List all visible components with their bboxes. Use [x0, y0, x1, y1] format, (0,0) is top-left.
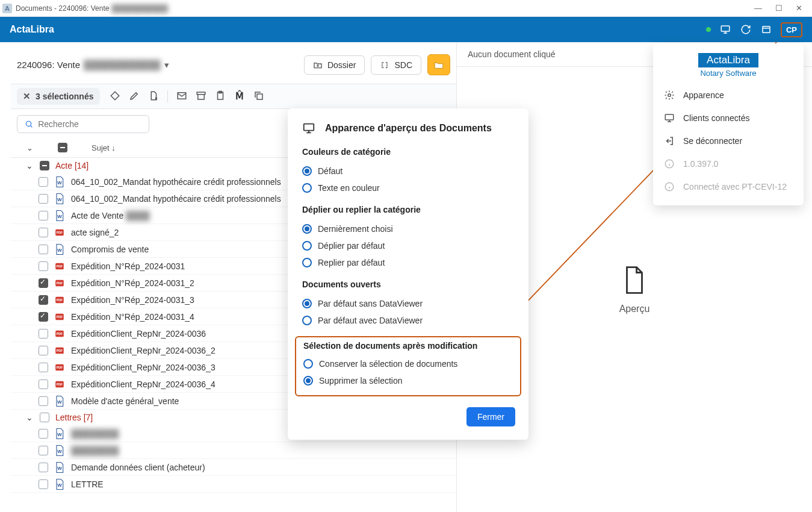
radio-clear-selection[interactable]: Supprimer la sélection	[303, 372, 513, 389]
user-badge[interactable]: CP	[781, 22, 802, 37]
close-dialog-button[interactable]: Fermer	[466, 407, 515, 426]
radio-default[interactable]: Défaut	[302, 163, 514, 180]
pdf-icon: PDF	[54, 277, 65, 289]
maximize-icon[interactable]: ☐	[775, 4, 783, 13]
table-row[interactable]: WDemande données client (acheteur)	[11, 459, 456, 476]
window-title: Documents - 2240096: Vente	[16, 4, 109, 13]
table-row[interactable]: WLETTRE	[11, 476, 456, 493]
radio-without-dv[interactable]: Par défaut sans DataViewer	[302, 295, 514, 312]
archive-icon[interactable]	[196, 90, 206, 101]
row-checkbox[interactable]	[39, 261, 48, 271]
svg-text:PDF: PDF	[57, 382, 63, 386]
doc-name: Compromis de vente	[71, 245, 149, 254]
svg-rect-40	[665, 114, 674, 120]
expand-all-icon[interactable]: ⌄	[25, 143, 34, 152]
row-checkbox[interactable]	[39, 312, 48, 322]
gear-icon	[664, 90, 675, 101]
clear-selection-icon[interactable]: ✕	[23, 91, 31, 102]
sdc-button[interactable]: SDC	[371, 55, 421, 75]
svg-text:PDF: PDF	[57, 298, 63, 302]
user-menu-logo: ActaLibra Notary Software	[653, 51, 804, 79]
radio-lastchosen[interactable]: Dernièrement choisi	[302, 220, 514, 237]
row-checkbox[interactable]	[39, 245, 48, 254]
row-checkbox[interactable]	[39, 228, 48, 237]
app-top-bar: ActaLibra CP	[0, 17, 812, 42]
m-icon[interactable]: M̂	[234, 90, 245, 101]
word-icon: W	[54, 478, 65, 490]
search-input-wrapper[interactable]	[17, 115, 149, 133]
radio-fold[interactable]: Replier par défaut	[302, 254, 514, 271]
pdf-icon: PDF	[54, 378, 65, 390]
group-checkbox[interactable]	[40, 413, 49, 422]
doc-name-blurred: ████████	[71, 429, 119, 439]
chevron-down-icon[interactable]: ⌄	[25, 161, 34, 170]
doc-name: 064_10_002_Mandat hypothécaire crédit pr…	[71, 194, 281, 204]
window-title-bar: A Documents - 2240096: Vente ███████████…	[0, 0, 812, 17]
row-checkbox[interactable]	[39, 295, 48, 305]
appearance-dialog: Apparence d'aperçu des Documents Couleur…	[288, 108, 528, 440]
pdf-icon: PDF	[54, 260, 65, 272]
chevron-down-icon[interactable]: ⌄	[25, 413, 34, 422]
svg-text:PDF: PDF	[57, 231, 63, 234]
doc-name: Expédition_N°Rép_2024-0031_2	[71, 278, 194, 288]
menu-appearance[interactable]: Apparence	[653, 84, 804, 107]
minimize-icon[interactable]: —	[754, 4, 762, 13]
user-menu: ActaLibra Notary Software Apparence Clie…	[653, 43, 804, 205]
radio-keep-selection[interactable]: Conserver la sélection de documents	[303, 355, 513, 372]
svg-text:W: W	[57, 466, 62, 471]
dossier-button[interactable]: Dossier	[304, 55, 365, 75]
clipboard-icon[interactable]	[215, 90, 226, 101]
selection-count-label: 3 sélectionnés	[36, 92, 94, 101]
row-checkbox[interactable]	[39, 396, 48, 406]
select-all-checkbox[interactable]	[58, 143, 67, 152]
search-input[interactable]	[38, 119, 141, 129]
row-checkbox[interactable]	[39, 463, 48, 472]
row-checkbox[interactable]	[39, 479, 48, 489]
document-icon	[621, 265, 648, 295]
row-checkbox[interactable]	[39, 429, 48, 439]
doc-name: Demande données client (acheteur)	[71, 463, 205, 472]
svg-text:PDF: PDF	[57, 264, 63, 268]
radio-unfold[interactable]: Déplier par défaut	[302, 237, 514, 254]
menu-logout[interactable]: Se déconnecter	[653, 130, 804, 152]
doc-name: Expédition_N°Rép_2024-0031	[71, 261, 185, 271]
open-folder-button[interactable]	[427, 54, 450, 75]
row-checkbox[interactable]	[39, 278, 48, 288]
group-checkbox[interactable]	[40, 161, 49, 170]
doc-name: Expédition_N°Rép_2024-0031_4	[71, 312, 194, 322]
mail-icon[interactable]	[176, 90, 187, 101]
monitor-icon[interactable]	[719, 23, 731, 36]
column-subject[interactable]: Sujet ↓	[91, 143, 116, 152]
tag-icon[interactable]	[110, 90, 120, 101]
menu-clients[interactable]: Clients connectés	[653, 107, 804, 130]
table-row[interactable]: W████████	[11, 442, 456, 459]
monitor-icon	[664, 113, 675, 123]
radio-with-dv[interactable]: Par défaut avec DataViewer	[302, 312, 514, 329]
section-fold: Déplier ou replier la catégorie	[302, 205, 514, 214]
svg-text:W: W	[57, 399, 62, 405]
radio-colortext[interactable]: Texte en couleur	[302, 180, 514, 196]
chevron-down-icon[interactable]: ▾	[164, 60, 169, 70]
row-checkbox[interactable]	[39, 211, 48, 220]
close-icon[interactable]: ✕	[796, 4, 802, 13]
doc-name: Modèle d'acte général_vente	[71, 396, 179, 406]
row-checkbox[interactable]	[39, 363, 48, 372]
doc-name: ExpéditionClient_RepNr_2024-0036_2	[71, 346, 215, 355]
row-checkbox[interactable]	[39, 194, 48, 204]
edit-icon[interactable]	[129, 90, 140, 101]
row-checkbox[interactable]	[39, 346, 48, 355]
doc-name-blurred: ████████	[71, 446, 119, 455]
row-checkbox[interactable]	[39, 177, 48, 187]
row-checkbox[interactable]	[39, 446, 48, 455]
svg-text:PDF: PDF	[57, 332, 63, 336]
brand-label: ActaLibra	[10, 24, 54, 35]
svg-text:W: W	[57, 432, 62, 437]
copy-icon[interactable]	[253, 90, 264, 101]
row-checkbox[interactable]	[39, 329, 48, 339]
window-icon[interactable]	[760, 23, 772, 36]
refresh-icon[interactable]	[740, 23, 752, 36]
svg-text:PDF: PDF	[57, 315, 63, 319]
file-remove-icon[interactable]	[148, 90, 159, 101]
doc-name: acte signé_2	[71, 228, 119, 237]
row-checkbox[interactable]	[39, 379, 48, 389]
